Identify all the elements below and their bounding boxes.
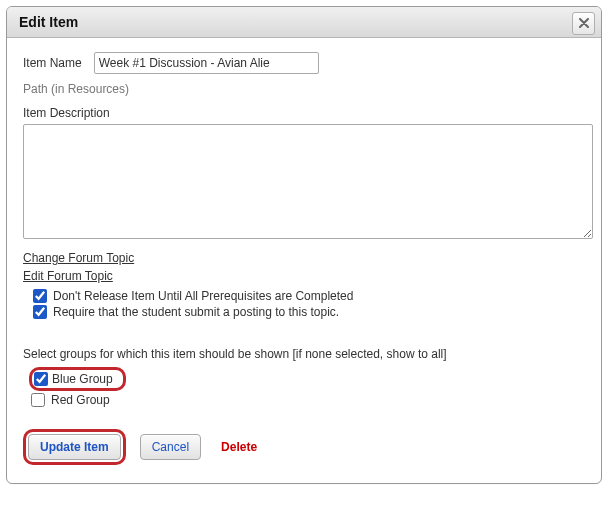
cancel-button[interactable]: Cancel [140, 434, 201, 460]
update-item-button[interactable]: Update Item [28, 434, 121, 460]
path-label: Path (in Resources) [23, 82, 585, 96]
group-checkbox-red[interactable] [31, 393, 45, 407]
change-forum-topic-link[interactable]: Change Forum Topic [23, 251, 134, 265]
item-name-label: Item Name [23, 56, 82, 70]
require-posting-label: Require that the student submit a postin… [53, 305, 339, 319]
close-button[interactable] [572, 12, 595, 35]
group-select-prompt: Select groups for which this item should… [23, 347, 585, 361]
edit-item-dialog: Edit Item Item Name Path (in Resources) … [6, 6, 602, 484]
group-checkbox-blue[interactable] [34, 372, 48, 386]
close-icon [579, 17, 589, 31]
group-label-red: Red Group [51, 393, 110, 407]
delete-link[interactable]: Delete [221, 440, 257, 454]
dialog-body: Item Name Path (in Resources) Item Descr… [7, 38, 601, 483]
highlight-update-button: Update Item [23, 429, 126, 465]
prereq-label: Don't Release Item Until All Prerequisit… [53, 289, 353, 303]
item-name-input[interactable] [94, 52, 319, 74]
item-description-textarea[interactable] [23, 124, 593, 239]
edit-forum-topic-link[interactable]: Edit Forum Topic [23, 269, 113, 283]
group-label-blue: Blue Group [52, 372, 113, 386]
prereq-checkbox[interactable] [33, 289, 47, 303]
dialog-title: Edit Item [19, 14, 589, 30]
require-posting-checkbox[interactable] [33, 305, 47, 319]
dialog-titlebar: Edit Item [7, 7, 601, 38]
item-description-label: Item Description [23, 106, 585, 120]
highlight-blue-group: Blue Group [29, 367, 126, 391]
